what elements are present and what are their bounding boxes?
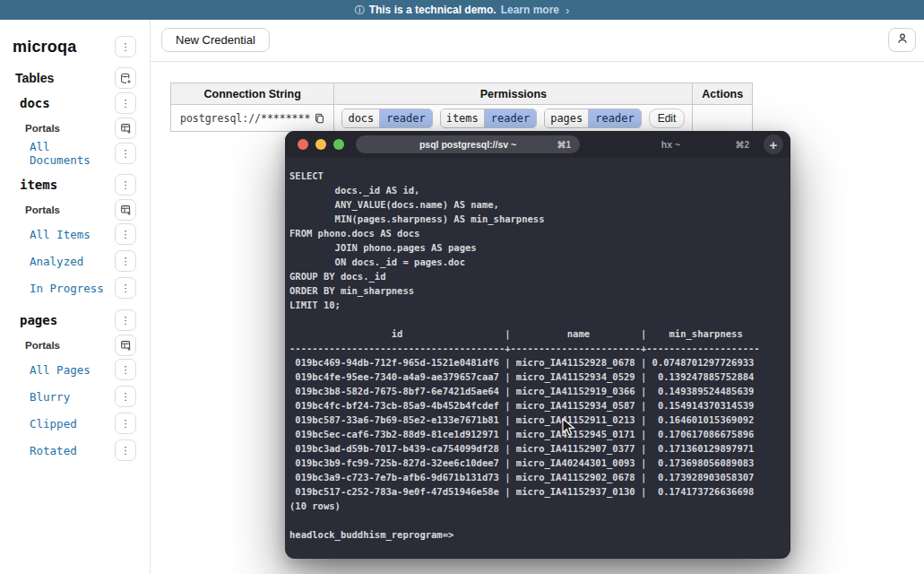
portals-label: Portals	[25, 340, 60, 351]
portal-clipped-menu-button[interactable]: ⋮	[115, 413, 136, 434]
permission-badge: docs reader	[341, 109, 432, 128]
add-portal-button[interactable]	[115, 117, 136, 139]
kebab-icon: ⋮	[121, 446, 131, 456]
permission-badge: items reader	[440, 109, 537, 128]
terminal-body: SELECT docs._id AS id, ANY_VALUE(docs.na…	[285, 158, 790, 542]
mouse-cursor	[562, 418, 575, 440]
app-screen: ⓘ This is a technical demo. Learn more ›…	[0, 0, 924, 574]
kebab-icon: ⋮	[121, 392, 131, 402]
actions-cell	[693, 105, 753, 132]
kebab-icon: ⋮	[121, 230, 131, 239]
header-divider	[151, 61, 924, 62]
sidebar-item-all-items[interactable]: All Items	[30, 228, 91, 241]
user-account-button[interactable]	[888, 28, 916, 52]
sidebar-item-clipped[interactable]: Clipped	[30, 417, 77, 430]
add-table-icon	[120, 73, 132, 84]
portals-label: Portals	[25, 123, 60, 134]
traffic-lights	[298, 139, 344, 150]
column-header-actions: Actions	[693, 83, 753, 105]
table-label-items: items	[20, 178, 57, 192]
zoom-window-icon[interactable]	[333, 139, 344, 150]
chevron-right-icon: ›	[566, 4, 569, 17]
sidebar: microqa ⋮ Tables docs ⋮ Portals	[0, 20, 151, 574]
permission-scope: pages	[545, 109, 588, 127]
kebab-icon: ⋮	[121, 365, 131, 375]
close-window-icon[interactable]	[298, 139, 308, 150]
new-credential-button[interactable]: New Credential	[161, 28, 270, 52]
credential-row: postgresql://******** docs reader	[171, 105, 753, 132]
add-portal-icon	[120, 123, 132, 135]
column-header-connection-string: Connection String	[171, 83, 334, 105]
column-header-permissions: Permissions	[334, 83, 693, 105]
tab-shortcut: ⌘1	[557, 140, 571, 150]
table-pages-menu-button[interactable]: ⋮	[115, 309, 136, 331]
table-items-menu-button[interactable]: ⋮	[115, 174, 136, 196]
terminal-output: SELECT docs._id AS id, ANY_VALUE(docs.na…	[289, 169, 787, 513]
kebab-icon: ⋮	[121, 149, 131, 159]
sidebar-item-in-progress[interactable]: In Progress	[30, 282, 104, 295]
copy-icon[interactable]	[315, 113, 324, 124]
add-portal-button[interactable]	[115, 199, 136, 221]
sidebar-item-all-pages[interactable]: All Pages	[30, 363, 91, 377]
kebab-icon: ⋮	[121, 42, 131, 52]
permission-role: reader	[588, 109, 640, 127]
tab-shortcut: ⌘2	[735, 140, 749, 150]
app-menu-button[interactable]: ⋮	[115, 36, 136, 57]
add-portal-button[interactable]	[115, 335, 136, 356]
credentials-header-row: Connection String Permissions Actions	[171, 83, 753, 105]
terminal-titlebar: psql postgresql://sv ~ ⌘1 hx ~ ⌘2 +	[285, 131, 790, 158]
kebab-icon: ⋮	[121, 316, 131, 326]
portal-rotated-menu-button[interactable]: ⋮	[115, 439, 136, 461]
app-title: microqa	[13, 38, 76, 57]
learn-more-link[interactable]: Learn more	[501, 4, 559, 16]
tab-title: hx ~	[661, 139, 680, 150]
add-portal-icon	[120, 204, 132, 216]
permission-badge: pages reader	[544, 109, 641, 128]
sidebar-item-all-documents[interactable]: All Documents	[30, 140, 115, 167]
portal-all-pages-menu-button[interactable]: ⋮	[115, 359, 136, 380]
banner-text: This is a technical demo.	[369, 4, 497, 16]
kebab-icon: ⋮	[121, 419, 131, 429]
terminal-prompt[interactable]: headlock_buddhism_reprogram=>	[289, 527, 787, 542]
kebab-icon: ⋮	[121, 180, 131, 190]
new-tab-button[interactable]: +	[764, 135, 783, 154]
user-icon	[896, 32, 909, 48]
portals-label: Portals	[25, 204, 60, 215]
portal-in-progress-menu-button[interactable]: ⋮	[115, 277, 136, 299]
permission-role: reader	[484, 109, 536, 127]
kebab-icon: ⋮	[121, 257, 131, 266]
sidebar-item-rotated[interactable]: Rotated	[30, 444, 77, 457]
terminal-window: psql postgresql://sv ~ ⌘1 hx ~ ⌘2 + SELE…	[285, 131, 790, 559]
minimize-window-icon[interactable]	[315, 139, 326, 150]
tables-section-label: Tables	[15, 71, 54, 85]
sidebar-item-blurry[interactable]: Blurry	[30, 390, 70, 404]
kebab-icon: ⋮	[121, 99, 131, 109]
terminal-tab-psql[interactable]: psql postgresql://sv ~ ⌘1	[356, 135, 580, 153]
portal-all-items-menu-button[interactable]: ⋮	[115, 223, 136, 245]
edit-permissions-button[interactable]: Edit	[649, 109, 686, 128]
sidebar-item-analyzed[interactable]: Analyzed	[30, 255, 83, 268]
add-portal-icon	[120, 340, 132, 352]
table-label-docs: docs	[20, 96, 50, 110]
portal-all-documents-menu-button[interactable]: ⋮	[115, 143, 136, 164]
terminal-tab-hx[interactable]: hx ~ ⌘2	[580, 135, 762, 153]
credentials-table: Connection String Permissions Actions po…	[170, 83, 753, 132]
connection-string-value: postgresql://********	[180, 112, 310, 125]
add-table-button[interactable]	[115, 67, 136, 89]
table-label-pages: pages	[20, 313, 57, 327]
table-docs-menu-button[interactable]: ⋮	[115, 92, 136, 114]
kebab-icon: ⋮	[121, 283, 131, 293]
portal-analyzed-menu-button[interactable]: ⋮	[115, 250, 136, 272]
permission-scope: docs	[342, 109, 379, 127]
tab-title: psql postgresql://sv ~	[419, 139, 516, 150]
portal-blurry-menu-button[interactable]: ⋮	[115, 386, 136, 407]
demo-banner: ⓘ This is a technical demo. Learn more ›	[0, 0, 924, 20]
permission-role: reader	[379, 109, 431, 127]
info-icon: ⓘ	[355, 4, 365, 17]
permission-scope: items	[441, 109, 484, 127]
